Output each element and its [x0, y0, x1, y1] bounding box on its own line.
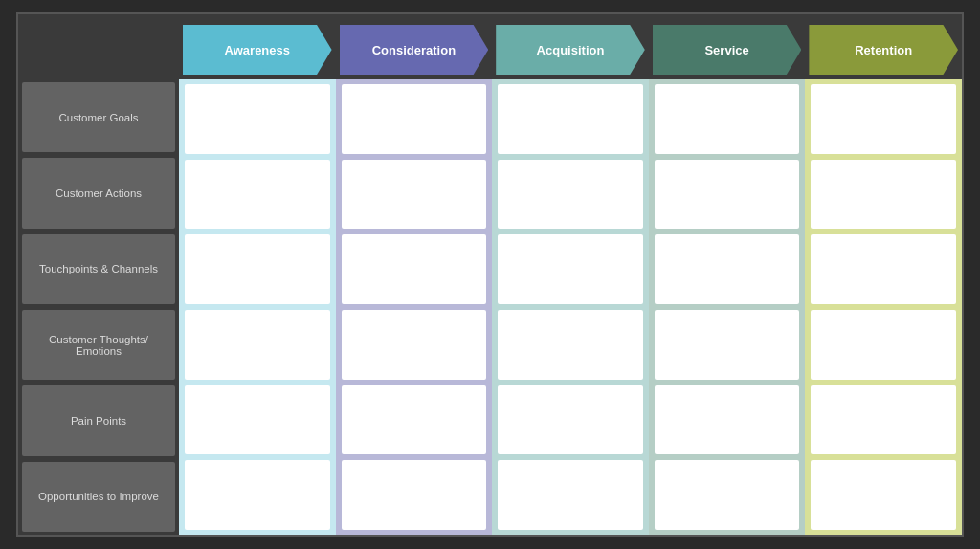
cell-consideration-touchpoints[interactable]: [342, 234, 487, 304]
cell-retention-customer-goals[interactable]: [811, 84, 956, 154]
cell-retention-pain-points[interactable]: [811, 385, 956, 455]
arrow-label-service: Service: [704, 43, 748, 57]
cell-retention-customer-thoughts[interactable]: [811, 310, 956, 380]
arrow-label-retention: Retention: [855, 43, 912, 57]
row-label-customer-actions: Customer Actions: [22, 158, 175, 228]
body-area: Customer GoalsCustomer ActionsTouchpoint…: [18, 79, 962, 535]
row-label-touchpoints: Touchpoints & Channels: [22, 234, 175, 304]
col-retention: [805, 79, 962, 535]
cell-service-touchpoints[interactable]: [655, 234, 800, 304]
cell-service-customer-goals[interactable]: [655, 84, 800, 154]
cell-awareness-customer-thoughts[interactable]: [185, 310, 330, 380]
cell-acquisition-opportunities[interactable]: [498, 460, 643, 530]
arrow-label-consideration: Consideration: [372, 43, 456, 57]
row-label-opportunities: Opportunities to Improve: [22, 462, 175, 532]
cell-awareness-customer-goals[interactable]: [185, 84, 330, 154]
arrow-awareness: Awareness: [183, 25, 332, 75]
header-acquisition: Acquisition: [496, 20, 645, 79]
columns-area: [179, 79, 962, 535]
arrow-label-awareness: Awareness: [225, 43, 290, 57]
arrow-retention: Retention: [809, 25, 958, 75]
header-retention: Retention: [809, 20, 958, 79]
cell-awareness-opportunities[interactable]: [185, 460, 330, 530]
cell-acquisition-customer-thoughts[interactable]: [498, 310, 643, 380]
header-service: Service: [653, 20, 802, 79]
row-label-customer-goals: Customer Goals: [22, 82, 175, 152]
cell-acquisition-customer-goals[interactable]: [498, 84, 643, 154]
cell-acquisition-pain-points[interactable]: [498, 385, 643, 455]
cell-awareness-pain-points[interactable]: [185, 385, 330, 455]
header-awareness: Awareness: [183, 20, 332, 79]
header-row: AwarenessConsiderationAcquisitionService…: [18, 14, 962, 79]
header-label-cell: [18, 14, 179, 79]
main-container: AwarenessConsiderationAcquisitionService…: [16, 12, 964, 537]
arrow-consideration: Consideration: [340, 25, 489, 75]
col-consideration: [336, 79, 493, 535]
cell-consideration-customer-actions[interactable]: [342, 160, 487, 230]
cell-consideration-pain-points[interactable]: [342, 385, 487, 455]
cell-service-customer-actions[interactable]: [655, 160, 800, 230]
arrow-label-acquisition: Acquisition: [537, 43, 605, 57]
cell-awareness-touchpoints[interactable]: [185, 234, 330, 304]
cell-consideration-opportunities[interactable]: [342, 460, 487, 530]
arrow-service: Service: [653, 25, 802, 75]
col-service: [649, 79, 806, 535]
cell-awareness-customer-actions[interactable]: [185, 160, 330, 230]
cell-service-pain-points[interactable]: [655, 385, 800, 455]
col-awareness: [179, 79, 336, 535]
cell-retention-customer-actions[interactable]: [811, 160, 956, 230]
header-consideration: Consideration: [340, 20, 489, 79]
cell-service-customer-thoughts[interactable]: [655, 310, 800, 380]
cell-consideration-customer-thoughts[interactable]: [342, 310, 487, 380]
cell-service-opportunities[interactable]: [655, 460, 800, 530]
row-label-customer-thoughts: Customer Thoughts/ Emotions: [22, 310, 175, 380]
col-acquisition: [492, 79, 649, 535]
row-label-pain-points: Pain Points: [22, 385, 175, 455]
row-labels: Customer GoalsCustomer ActionsTouchpoint…: [18, 79, 179, 535]
cell-retention-opportunities[interactable]: [811, 460, 956, 530]
cell-acquisition-customer-actions[interactable]: [498, 160, 643, 230]
cell-consideration-customer-goals[interactable]: [342, 84, 487, 154]
cell-acquisition-touchpoints[interactable]: [498, 234, 643, 304]
cell-retention-touchpoints[interactable]: [811, 234, 956, 304]
arrow-acquisition: Acquisition: [496, 25, 645, 75]
